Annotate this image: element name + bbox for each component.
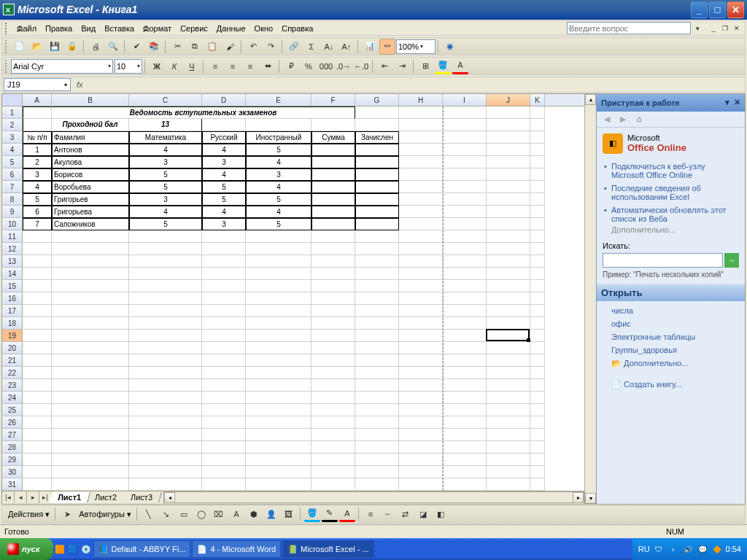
cell[interactable] (487, 454, 530, 466)
textbox-icon[interactable]: ⌧ (211, 506, 227, 522)
cell[interactable] (52, 230, 129, 243)
cell[interactable]: 4 (129, 206, 202, 218)
cell[interactable] (246, 416, 311, 429)
fx-icon[interactable]: fx (77, 80, 83, 89)
cell[interactable] (246, 342, 311, 354)
cell[interactable] (487, 305, 530, 317)
cell[interactable] (443, 292, 487, 305)
cell[interactable] (355, 478, 399, 491)
cell[interactable]: 4 (129, 144, 202, 156)
cell[interactable] (202, 354, 246, 367)
cell[interactable] (23, 292, 52, 305)
cell[interactable] (23, 354, 52, 367)
cell[interactable] (443, 168, 487, 181)
cell[interactable] (487, 268, 530, 280)
cell[interactable] (530, 255, 545, 268)
spellcheck-icon[interactable]: ✔ (128, 39, 144, 55)
cell[interactable] (23, 243, 52, 255)
cell[interactable] (202, 404, 246, 416)
cell[interactable]: Борисов (52, 168, 129, 181)
cell[interactable]: 5 (23, 193, 52, 206)
cell[interactable] (530, 441, 545, 454)
quicklaunch-icon[interactable]: 🟦 (66, 541, 80, 557)
cell[interactable] (246, 255, 311, 268)
quicklaunch-icon[interactable]: 🟧 (53, 541, 66, 557)
cell[interactable] (443, 131, 487, 144)
cell[interactable] (355, 230, 399, 243)
cell[interactable] (530, 429, 545, 441)
cell[interactable] (52, 354, 129, 367)
comma-icon[interactable]: 000 (318, 58, 334, 74)
tray-icon[interactable]: 🛡 (653, 543, 665, 555)
cell[interactable] (443, 305, 487, 317)
drawing-actions[interactable]: Действия ▾ (5, 510, 53, 519)
cell[interactable] (311, 243, 355, 255)
cell[interactable] (23, 106, 52, 119)
cell[interactable] (202, 379, 246, 392)
cell[interactable] (311, 292, 355, 305)
cell[interactable] (399, 454, 443, 466)
cell[interactable] (487, 156, 530, 168)
cell[interactable]: Антонов (52, 144, 129, 156)
taskpane-back-icon[interactable]: ◀ (600, 112, 614, 125)
cell[interactable] (23, 478, 52, 491)
format-painter-icon[interactable]: 🖌 (222, 39, 238, 55)
cell[interactable] (23, 230, 52, 243)
cell[interactable] (530, 218, 545, 230)
cell[interactable] (246, 466, 311, 478)
borders-icon[interactable]: ⊞ (417, 58, 433, 74)
cell[interactable] (443, 330, 487, 342)
arrow-icon[interactable]: ↘ (158, 506, 174, 522)
cell[interactable] (530, 466, 545, 478)
cell[interactable] (52, 280, 129, 292)
cell[interactable]: Фамилия (52, 131, 129, 144)
sort-asc-icon[interactable]: A↓ (321, 39, 337, 55)
cell[interactable] (487, 206, 530, 218)
cell[interactable] (355, 454, 399, 466)
redo-icon[interactable]: ↷ (263, 39, 279, 55)
cell[interactable] (443, 404, 487, 416)
cell[interactable] (399, 144, 443, 156)
vertical-scrollbar[interactable]: ▴ ▾ (584, 94, 596, 504)
cell[interactable] (311, 305, 355, 317)
doc-close-button[interactable]: ✕ (732, 23, 742, 34)
row-header[interactable]: 29 (2, 454, 23, 466)
cell[interactable] (23, 268, 52, 280)
cell[interactable] (202, 392, 246, 404)
cell[interactable] (487, 379, 530, 392)
cell[interactable] (23, 255, 52, 268)
row-header[interactable]: 9 (2, 206, 23, 218)
cell[interactable] (202, 119, 246, 131)
cell[interactable]: 1 (23, 144, 52, 156)
language-indicator[interactable]: RU (638, 545, 650, 553)
cell[interactable] (311, 317, 355, 330)
row-header[interactable]: 24 (2, 392, 23, 404)
cell[interactable] (487, 478, 530, 491)
cell[interactable] (129, 466, 202, 478)
row-header[interactable]: 6 (2, 168, 23, 181)
cell[interactable] (52, 305, 129, 317)
cell[interactable] (202, 441, 246, 454)
paste-icon[interactable]: 📋 (204, 39, 220, 55)
cell[interactable] (202, 280, 246, 292)
align-right-icon[interactable]: ≡ (242, 58, 258, 74)
chart-wizard-icon[interactable]: 📊 (362, 39, 378, 55)
cell[interactable] (311, 429, 355, 441)
taskpane-home-icon[interactable]: ⌂ (632, 112, 646, 125)
cell[interactable] (246, 317, 311, 330)
row-header[interactable]: 4 (2, 144, 23, 156)
cell[interactable] (399, 280, 443, 292)
close-button[interactable]: ✕ (727, 1, 744, 18)
row-header[interactable]: 1 (2, 106, 23, 119)
cell[interactable] (443, 156, 487, 168)
cell[interactable] (530, 305, 545, 317)
dash-style-icon[interactable]: ┄ (380, 506, 396, 522)
menu-view[interactable]: Вид (77, 23, 100, 34)
cell[interactable] (202, 454, 246, 466)
cell[interactable] (311, 144, 355, 156)
cell[interactable]: Русский (202, 131, 246, 144)
scroll-right-icon[interactable]: ▸ (573, 492, 584, 503)
cell[interactable] (129, 243, 202, 255)
cell[interactable] (311, 379, 355, 392)
select-objects-icon[interactable]: ➤ (59, 506, 75, 522)
